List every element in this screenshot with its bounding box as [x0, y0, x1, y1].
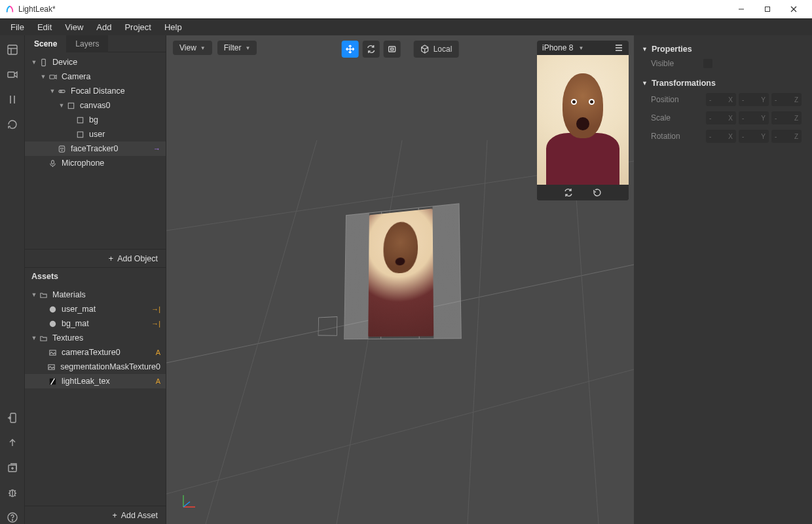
bug-icon[interactable]: [6, 486, 19, 499]
folder-icon: [38, 334, 48, 343]
menu-add[interactable]: Add: [90, 20, 118, 34]
scene-item-row[interactable]: user: [25, 127, 166, 141]
rect-icon: [75, 130, 85, 139]
position-x-input[interactable]: -X: [706, 93, 736, 106]
svg-rect-1: [766, 7, 770, 12]
scene-item-row[interactable]: ▼Camera: [25, 69, 166, 84]
scene-item-row[interactable]: ▼Focal Distance: [25, 84, 166, 98]
menu-file[interactable]: File: [4, 20, 31, 34]
help-icon[interactable]: [6, 511, 19, 524]
folder-icon: [38, 291, 48, 299]
view-dropdown[interactable]: View▼: [173, 41, 212, 55]
img-icon: [46, 363, 56, 371]
caret-down-icon: ▼: [642, 80, 648, 86]
asset-item-label: lightLeak_tex: [62, 377, 110, 386]
library-add-icon[interactable]: [6, 461, 19, 474]
asset-item-label: segmentationMaskTexture0: [60, 362, 160, 371]
layout-icon[interactable]: [6, 43, 19, 56]
svg-line-47: [166, 369, 634, 494]
asset-item-label: user_mat: [62, 305, 96, 314]
viewport[interactable]: View▼ Filter▼ Local iPhone 8 ▼: [166, 35, 634, 524]
pause-icon[interactable]: [6, 93, 19, 106]
position-label: Position: [651, 95, 703, 104]
canvas-plane[interactable]: [344, 203, 462, 339]
svg-point-32: [60, 148, 61, 149]
asset-item-row[interactable]: bg_mat→|: [25, 316, 166, 331]
properties-title: Properties: [652, 45, 692, 54]
frame-tool-button[interactable]: [384, 41, 401, 58]
position-y-input[interactable]: -Y: [739, 93, 769, 106]
indicator-badge: →: [153, 145, 160, 153]
asset-item-row[interactable]: ▼Materials: [25, 288, 166, 302]
caret-icon[interactable]: ▼: [30, 335, 38, 341]
indicator-badge: A: [156, 348, 160, 356]
scene-item-row[interactable]: bg: [25, 113, 166, 127]
visible-checkbox[interactable]: [703, 59, 712, 68]
minimize-button[interactable]: [728, 0, 754, 18]
scale-y-input[interactable]: -Y: [739, 111, 769, 124]
svg-point-33: [62, 148, 63, 149]
svg-line-51: [468, 140, 487, 524]
caret-icon[interactable]: ▼: [30, 59, 38, 66]
caret-icon[interactable]: ▼: [39, 73, 47, 80]
asset-item-row[interactable]: cameraTexture0A: [25, 345, 166, 360]
caret-icon[interactable]: ▼: [48, 88, 56, 94]
indicator-badge: →|: [151, 320, 160, 328]
rect-icon: [65, 102, 76, 110]
asset-item-row[interactable]: lightLeak_texA: [25, 374, 166, 388]
svg-rect-31: [59, 145, 64, 151]
scene-item-row[interactable]: Microphone: [25, 156, 166, 170]
tab-layers[interactable]: Layers: [66, 35, 108, 52]
rect-icon: [75, 116, 85, 124]
tab-scene[interactable]: Scene: [25, 35, 66, 52]
caret-icon[interactable]: ▼: [30, 291, 38, 298]
preview-menu-icon[interactable]: [614, 44, 623, 52]
add-asset-label: Add Asset: [121, 511, 158, 520]
menu-edit[interactable]: Edit: [31, 20, 58, 34]
svg-rect-25: [49, 75, 54, 79]
preview-refresh-icon[interactable]: [564, 188, 573, 197]
chevron-down-icon[interactable]: ▼: [578, 45, 583, 51]
add-asset-button[interactable]: + Add Asset: [25, 506, 166, 524]
menu-view[interactable]: View: [58, 20, 90, 34]
rotation-x-input[interactable]: -X: [706, 130, 736, 143]
scene-item-label: Microphone: [62, 159, 104, 168]
menu-help[interactable]: Help: [158, 20, 189, 34]
preview-reset-icon[interactable]: [593, 188, 602, 197]
rotation-y-input[interactable]: -Y: [739, 130, 769, 143]
asset-item-row[interactable]: ▼Textures: [25, 331, 166, 345]
maximize-button[interactable]: [754, 0, 781, 18]
scene-item-row[interactable]: ▼Device: [25, 55, 166, 69]
filter-dropdown[interactable]: Filter▼: [217, 41, 257, 55]
asset-item-row[interactable]: user_mat→|: [25, 302, 166, 316]
svg-line-18: [9, 491, 10, 491]
scene-item-row[interactable]: ▼canvas0: [25, 98, 166, 113]
refresh-icon[interactable]: [6, 118, 19, 131]
upload-icon[interactable]: [6, 436, 19, 449]
asset-item-row[interactable]: segmentationMaskTexture0: [25, 360, 166, 374]
position-z-input[interactable]: -Z: [771, 93, 802, 106]
sync-tool-button[interactable]: [363, 41, 380, 58]
coordinate-space-button[interactable]: Local: [414, 41, 459, 58]
device-name[interactable]: iPhone 8: [542, 43, 573, 52]
scale-z-input[interactable]: -Z: [771, 111, 802, 124]
scene-tree[interactable]: ▼Device▼Camera▼Focal Distance▼canvas0bgu…: [25, 52, 166, 249]
caret-icon[interactable]: ▼: [58, 102, 65, 109]
scale-x-input[interactable]: -X: [706, 111, 736, 124]
assets-tree[interactable]: ▼Materialsuser_mat→|bg_mat→|▼Texturescam…: [25, 285, 166, 506]
send-to-device-icon[interactable]: [6, 411, 19, 424]
rotation-z-input[interactable]: -Z: [771, 130, 802, 143]
menu-project[interactable]: Project: [118, 20, 157, 34]
svg-point-23: [12, 519, 12, 520]
properties-header[interactable]: ▼Properties: [642, 42, 804, 56]
transformations-header[interactable]: ▼Transformations: [642, 76, 804, 90]
video-icon[interactable]: [6, 68, 19, 81]
add-object-button[interactable]: + Add Object: [25, 249, 166, 267]
assets-title: Assets: [25, 267, 166, 285]
scene-item-label: Focal Distance: [71, 86, 125, 96]
move-tool-button[interactable]: [342, 41, 359, 58]
scene-item-label: canvas0: [80, 101, 111, 110]
scene-item-row[interactable]: faceTracker0→: [25, 141, 166, 156]
titlebar: LightLeak*: [0, 0, 812, 18]
close-button[interactable]: [781, 0, 807, 18]
